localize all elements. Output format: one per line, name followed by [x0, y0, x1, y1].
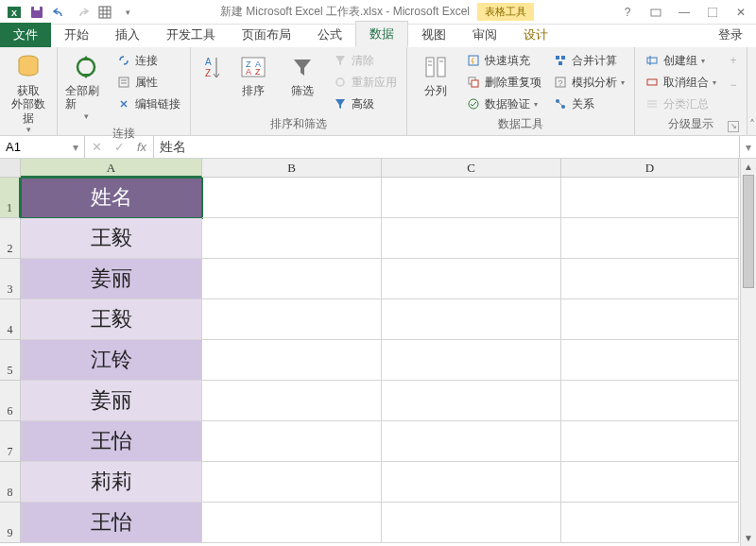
cell[interactable] [382, 421, 561, 462]
row-header[interactable]: 3 [0, 259, 21, 299]
cell[interactable]: 姜丽 [21, 259, 202, 299]
tab-file[interactable]: 文件 [0, 23, 51, 47]
tab-data[interactable]: 数据 [355, 21, 408, 47]
subtotal-button[interactable]: 分类汇总 [641, 94, 720, 114]
ungroup-button[interactable]: 取消组合 ▾ [641, 72, 720, 93]
close-icon[interactable]: ✕ [730, 3, 752, 22]
row-header[interactable]: 2 [0, 218, 21, 259]
scroll-thumb[interactable] [743, 175, 754, 288]
cell[interactable] [382, 178, 561, 218]
flash-fill-button[interactable]: 快速填充 [462, 50, 545, 71]
cell[interactable] [561, 259, 739, 299]
expand-formula-bar-icon[interactable]: ▾ [739, 136, 756, 158]
row-header[interactable]: 9 [0, 503, 21, 543]
consolidate-button[interactable]: 合并计算 [549, 50, 628, 71]
table-icon[interactable] [94, 2, 115, 23]
sort-button[interactable]: ZAAZ 排序 [231, 50, 276, 99]
cell[interactable] [202, 259, 382, 299]
formula-input[interactable]: 姓名 [154, 136, 739, 158]
cell[interactable]: 王怡 [21, 503, 202, 543]
scroll-down-icon[interactable]: ▼ [741, 530, 756, 546]
cell[interactable] [382, 503, 561, 543]
select-all-corner[interactable] [0, 159, 21, 178]
row-header[interactable]: 7 [0, 421, 21, 462]
tab-home[interactable]: 开始 [51, 23, 102, 47]
cell[interactable] [561, 178, 739, 218]
text-to-columns-button[interactable]: 分列 [413, 50, 458, 99]
filter-button[interactable]: 筛选 [280, 50, 325, 99]
cell[interactable] [382, 259, 561, 299]
column-header-c[interactable]: C [382, 159, 561, 178]
cell[interactable] [561, 503, 739, 543]
column-header-b[interactable]: B [202, 159, 382, 178]
column-header-a[interactable]: A [21, 159, 202, 178]
minimize-icon[interactable]: — [673, 3, 696, 22]
cell[interactable] [561, 340, 739, 381]
cell[interactable] [561, 421, 739, 462]
cell[interactable]: 莉莉 [21, 462, 202, 503]
tab-review[interactable]: 审阅 [459, 23, 510, 47]
tab-design[interactable]: 设计 [510, 23, 561, 47]
cell[interactable]: 王怡 [21, 421, 202, 462]
reapply-button[interactable]: 重新应用 [329, 72, 401, 93]
get-external-data-button[interactable]: 获取 外部数据▾ [6, 50, 51, 137]
refresh-all-button[interactable]: 全部刷新▾ [63, 50, 109, 124]
cell[interactable]: 王毅 [21, 299, 202, 340]
tab-insert[interactable]: 插入 [102, 23, 153, 47]
cell[interactable] [202, 299, 382, 340]
cell[interactable] [202, 340, 382, 381]
remove-duplicates-button[interactable]: 删除重复项 [462, 72, 545, 93]
login-link[interactable]: 登录 [705, 23, 756, 47]
edit-links-button[interactable]: 编辑链接 [112, 94, 184, 114]
excel-icon[interactable]: X [4, 2, 25, 23]
cell[interactable] [202, 381, 382, 421]
cell[interactable]: 姜丽 [21, 381, 202, 421]
sort-az-button[interactable]: AZ [197, 50, 227, 86]
row-header[interactable]: 1 [0, 178, 21, 218]
row-header[interactable]: 6 [0, 381, 21, 421]
tab-formulas[interactable]: 公式 [304, 23, 355, 47]
cell[interactable] [382, 299, 561, 340]
cell[interactable] [561, 218, 739, 259]
data-validation-button[interactable]: 数据验证 ▾ [462, 94, 545, 114]
tab-pagelayout[interactable]: 页面布局 [229, 23, 304, 47]
outline-launcher-icon[interactable]: ↘ [728, 121, 739, 132]
vertical-scrollbar[interactable]: ▲ ▼ [740, 159, 756, 546]
redo-icon[interactable] [72, 2, 93, 23]
qat-customize-icon[interactable]: ▾ [117, 2, 138, 23]
show-detail-button[interactable]: + [726, 50, 741, 71]
cell[interactable] [202, 503, 382, 543]
cell[interactable] [382, 462, 561, 503]
cell[interactable] [382, 381, 561, 421]
cell[interactable] [382, 218, 561, 259]
row-header[interactable]: 8 [0, 462, 21, 503]
cell[interactable] [382, 340, 561, 381]
connections-button[interactable]: 连接 [112, 50, 184, 71]
tab-view[interactable]: 视图 [408, 23, 459, 47]
cell[interactable]: 王毅 [21, 218, 202, 259]
what-if-button[interactable]: ?模拟分析 ▾ [549, 72, 628, 93]
cell[interactable] [202, 421, 382, 462]
undo-icon[interactable] [49, 2, 70, 23]
advanced-filter-button[interactable]: 高级 [329, 94, 401, 114]
ribbon-display-icon[interactable] [644, 3, 667, 22]
cell[interactable] [202, 178, 382, 218]
cell[interactable] [202, 218, 382, 259]
tab-developer[interactable]: 开发工具 [153, 23, 229, 47]
column-header-d[interactable]: D [561, 159, 739, 178]
properties-button[interactable]: 属性 [112, 72, 184, 93]
cell[interactable]: 姓名 [21, 178, 202, 218]
collapse-ribbon-icon[interactable]: ˄ [747, 47, 756, 135]
cell[interactable] [202, 462, 382, 503]
cell[interactable] [561, 381, 739, 421]
row-header[interactable]: 4 [0, 299, 21, 340]
maximize-icon[interactable] [701, 3, 724, 22]
save-icon[interactable] [26, 2, 47, 23]
cell[interactable]: 江铃 [21, 340, 202, 381]
grid[interactable]: A B C D 1姓名2王毅3姜丽4王毅5江铃6姜丽7王怡8莉莉9王怡 [0, 159, 740, 546]
cell[interactable] [561, 462, 739, 503]
help-icon[interactable]: ? [616, 3, 639, 22]
relationships-button[interactable]: 关系 [549, 94, 628, 114]
group-button[interactable]: 创建组 ▾ [641, 50, 720, 71]
hide-detail-button[interactable]: − [726, 75, 741, 95]
